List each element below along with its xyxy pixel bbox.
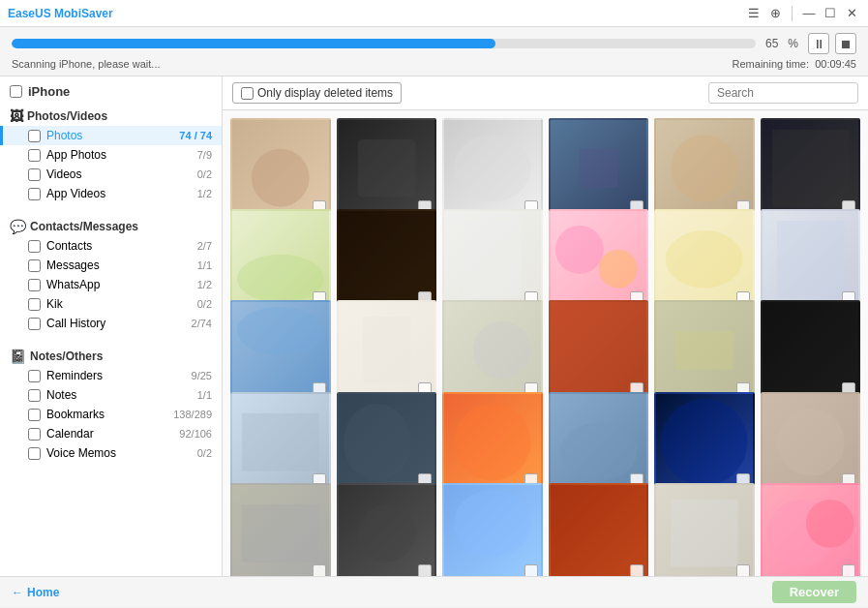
menu-icon[interactable]: ☰ bbox=[745, 5, 763, 22]
svg-rect-19 bbox=[242, 412, 319, 471]
photo-thumb[interactable] bbox=[761, 209, 861, 310]
photo-thumb[interactable] bbox=[442, 300, 543, 401]
photo-thumb[interactable] bbox=[654, 300, 755, 401]
photo-thumb[interactable] bbox=[654, 483, 755, 576]
photo-thumb[interactable] bbox=[230, 300, 331, 401]
svg-rect-3 bbox=[579, 149, 617, 188]
photo-thumb[interactable] bbox=[549, 483, 649, 576]
sidebar-item-whatsapp[interactable]: WhatsApp 1/2 bbox=[0, 275, 222, 294]
svg-point-31 bbox=[805, 500, 853, 548]
call-history-checkbox[interactable] bbox=[28, 318, 41, 330]
close-button[interactable]: ✕ bbox=[843, 5, 860, 22]
sidebar-item-app-photos[interactable]: App Photos 7/9 bbox=[0, 145, 222, 165]
sidebar-item-messages[interactable]: Messages 1/1 bbox=[0, 256, 222, 275]
scan-bar: 65% ⏸ ⏹ Scanning iPhone, please wait... … bbox=[0, 27, 868, 76]
photo-thumb[interactable] bbox=[549, 118, 649, 219]
photo-thumb[interactable] bbox=[442, 392, 543, 493]
window-controls: ☰ ⊕ — ☐ ✕ bbox=[745, 5, 860, 22]
whatsapp-checkbox[interactable] bbox=[28, 279, 41, 291]
photo-thumb[interactable] bbox=[761, 392, 861, 493]
content-area: Only display deleted items bbox=[223, 76, 868, 576]
photo-thumb[interactable] bbox=[442, 483, 543, 576]
sidebar-item-call-history[interactable]: Call History 2/74 bbox=[0, 314, 222, 333]
app-photos-checkbox[interactable] bbox=[28, 149, 41, 162]
photo-thumb[interactable] bbox=[442, 209, 543, 310]
thumb-select-checkbox[interactable] bbox=[842, 564, 855, 576]
photo-thumb[interactable] bbox=[337, 209, 437, 310]
sidebar-item-notes[interactable]: Notes 1/1 bbox=[0, 385, 222, 405]
svg-rect-29 bbox=[671, 500, 738, 567]
sidebar-item-bookmarks[interactable]: Bookmarks 138/289 bbox=[0, 405, 222, 424]
sidebar-category-contacts: 💬 Contacts/Messages bbox=[0, 213, 222, 236]
notes-checkbox[interactable] bbox=[28, 389, 41, 402]
maximize-button[interactable]: ☐ bbox=[822, 5, 839, 22]
photo-thumb[interactable] bbox=[337, 300, 437, 401]
bookmarks-checkbox[interactable] bbox=[28, 409, 41, 421]
thumb-select-checkbox[interactable] bbox=[313, 564, 326, 576]
thumb-select-checkbox[interactable] bbox=[630, 564, 644, 576]
photo-thumb[interactable] bbox=[549, 209, 649, 310]
globe-icon[interactable]: ⊕ bbox=[766, 5, 784, 22]
contacts-checkbox[interactable] bbox=[28, 240, 41, 253]
videos-checkbox[interactable] bbox=[28, 168, 41, 181]
svg-point-2 bbox=[454, 135, 531, 202]
minimize-button[interactable]: — bbox=[800, 5, 818, 22]
content-toolbar: Only display deleted items bbox=[223, 76, 868, 110]
thumb-select-checkbox[interactable] bbox=[418, 564, 432, 576]
svg-rect-28 bbox=[551, 485, 647, 576]
kik-checkbox[interactable] bbox=[28, 298, 41, 311]
photo-thumb[interactable] bbox=[230, 392, 331, 493]
sidebar-item-reminders[interactable]: Reminders 9/25 bbox=[0, 366, 222, 385]
photo-thumb[interactable] bbox=[337, 118, 437, 219]
photo-thumb[interactable] bbox=[654, 392, 755, 493]
calendar-checkbox[interactable] bbox=[28, 428, 41, 441]
photo-thumb[interactable] bbox=[654, 209, 755, 310]
reminders-checkbox[interactable] bbox=[28, 370, 41, 382]
footer: ← Home Recover bbox=[0, 576, 868, 607]
stop-button[interactable]: ⏹ bbox=[835, 33, 856, 54]
home-link[interactable]: ← Home bbox=[12, 586, 59, 599]
photo-thumb[interactable] bbox=[761, 300, 861, 401]
thumb-select-checkbox[interactable] bbox=[736, 564, 750, 576]
svg-point-24 bbox=[776, 409, 844, 476]
thumb-select-checkbox[interactable] bbox=[524, 564, 538, 576]
svg-point-11 bbox=[666, 230, 743, 289]
photo-thumb[interactable] bbox=[549, 392, 649, 493]
sidebar-item-contacts[interactable]: Contacts 2/7 bbox=[0, 236, 222, 256]
photo-thumb[interactable] bbox=[549, 300, 649, 401]
pause-button[interactable]: ⏸ bbox=[808, 33, 829, 54]
sidebar-item-photos[interactable]: Photos 74 / 74 bbox=[0, 126, 222, 145]
recover-button[interactable]: Recover bbox=[772, 581, 856, 603]
photo-thumb[interactable] bbox=[761, 118, 861, 219]
photo-thumb[interactable] bbox=[337, 392, 437, 493]
device-checkbox[interactable] bbox=[10, 85, 22, 98]
progress-track bbox=[12, 39, 756, 48]
messages-checkbox[interactable] bbox=[28, 259, 41, 272]
photo-thumb[interactable] bbox=[761, 483, 861, 576]
app-videos-checkbox[interactable] bbox=[28, 188, 41, 200]
sidebar-item-app-videos[interactable]: App Videos 1/2 bbox=[0, 184, 222, 203]
sidebar-item-videos[interactable]: Videos 0/2 bbox=[0, 165, 222, 184]
svg-point-15 bbox=[473, 321, 531, 380]
voice-memos-checkbox[interactable] bbox=[28, 447, 41, 460]
sidebar-item-kik[interactable]: Kik 0/2 bbox=[0, 294, 222, 314]
photos-checkbox[interactable] bbox=[28, 130, 41, 142]
svg-point-9 bbox=[554, 226, 603, 274]
photo-thumb[interactable] bbox=[230, 209, 331, 310]
search-input[interactable] bbox=[708, 82, 858, 104]
photo-thumb[interactable] bbox=[230, 118, 331, 219]
photo-thumb[interactable] bbox=[654, 118, 755, 219]
photo-thumb[interactable] bbox=[230, 483, 331, 576]
sidebar-device[interactable]: iPhone bbox=[0, 76, 222, 103]
svg-point-22 bbox=[559, 422, 637, 480]
photo-thumb[interactable] bbox=[442, 118, 543, 219]
sidebar-item-voice-memos[interactable]: Voice Memos 0/2 bbox=[0, 443, 222, 463]
sidebar-category-photos: 🖼 Photos/Videos bbox=[0, 103, 222, 126]
sidebar: iPhone 🖼 Photos/Videos Photos 74 / 74 Ap… bbox=[0, 76, 223, 576]
svg-point-20 bbox=[343, 404, 410, 481]
filter-checkbox-wrap[interactable]: Only display deleted items bbox=[232, 82, 402, 104]
photo-grid bbox=[223, 110, 868, 576]
photo-thumb[interactable] bbox=[337, 483, 437, 576]
filter-deleted-checkbox[interactable] bbox=[241, 87, 254, 100]
sidebar-item-calendar[interactable]: Calendar 92/106 bbox=[0, 424, 222, 443]
